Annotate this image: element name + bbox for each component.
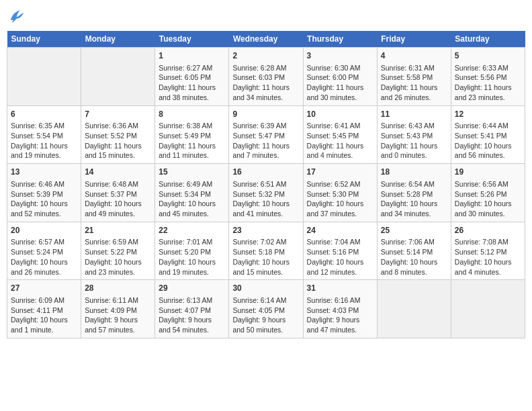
day-info: Sunrise: 7:06 AM Sunset: 5:14 PM Dayligh…: [381, 237, 447, 277]
day-number: 7: [85, 109, 151, 120]
day-info: Sunrise: 6:54 AM Sunset: 5:28 PM Dayligh…: [381, 179, 447, 219]
calendar-cell: 4Sunrise: 6:31 AM Sunset: 5:58 PM Daylig…: [377, 48, 451, 106]
calendar-cell: 1Sunrise: 6:27 AM Sunset: 6:05 PM Daylig…: [155, 48, 229, 106]
day-number: 9: [232, 109, 299, 120]
day-number: 11: [381, 109, 447, 120]
day-info: Sunrise: 6:30 AM Sunset: 6:00 PM Dayligh…: [307, 63, 373, 103]
calendar-cell: [7, 48, 81, 106]
day-info: Sunrise: 6:59 AM Sunset: 5:22 PM Dayligh…: [85, 237, 151, 277]
calendar-cell: 15Sunrise: 6:49 AM Sunset: 5:34 PM Dayli…: [155, 164, 229, 222]
day-info: Sunrise: 6:51 AM Sunset: 5:32 PM Dayligh…: [232, 179, 299, 219]
calendar-week-4: 20Sunrise: 6:57 AM Sunset: 5:24 PM Dayli…: [7, 222, 525, 280]
calendar-cell: 25Sunrise: 7:06 AM Sunset: 5:14 PM Dayli…: [377, 222, 451, 280]
calendar-cell: 3Sunrise: 6:30 AM Sunset: 6:00 PM Daylig…: [303, 48, 377, 106]
day-info: Sunrise: 6:49 AM Sunset: 5:34 PM Dayligh…: [159, 179, 225, 219]
page-header: [7, 7, 525, 26]
day-number: 12: [455, 109, 521, 120]
day-info: Sunrise: 6:38 AM Sunset: 5:49 PM Dayligh…: [159, 121, 225, 161]
calendar-cell: 20Sunrise: 6:57 AM Sunset: 5:24 PM Dayli…: [7, 222, 81, 280]
day-info: Sunrise: 6:14 AM Sunset: 4:05 PM Dayligh…: [232, 295, 299, 335]
weekday-header-sunday: Sunday: [7, 31, 81, 48]
day-info: Sunrise: 6:35 AM Sunset: 5:54 PM Dayligh…: [11, 121, 77, 161]
day-info: Sunrise: 7:02 AM Sunset: 5:18 PM Dayligh…: [232, 237, 299, 277]
day-number: 28: [85, 283, 151, 294]
day-info: Sunrise: 6:16 AM Sunset: 4:03 PM Dayligh…: [307, 295, 373, 335]
weekday-header-thursday: Thursday: [303, 31, 377, 48]
calendar-cell: 24Sunrise: 7:04 AM Sunset: 5:16 PM Dayli…: [303, 222, 377, 280]
day-info: Sunrise: 6:11 AM Sunset: 4:09 PM Dayligh…: [85, 295, 151, 335]
day-number: 6: [11, 109, 77, 120]
weekday-header-wednesday: Wednesday: [229, 31, 303, 48]
day-info: Sunrise: 6:33 AM Sunset: 5:56 PM Dayligh…: [455, 63, 521, 103]
day-number: 5: [455, 50, 521, 62]
calendar-cell: 17Sunrise: 6:52 AM Sunset: 5:30 PM Dayli…: [303, 164, 377, 222]
calendar-cell: 7Sunrise: 6:36 AM Sunset: 5:52 PM Daylig…: [81, 105, 155, 164]
calendar-cell: 19Sunrise: 6:56 AM Sunset: 5:26 PM Dayli…: [451, 164, 525, 222]
day-info: Sunrise: 6:39 AM Sunset: 5:47 PM Dayligh…: [232, 121, 299, 161]
day-number: 23: [232, 225, 299, 236]
day-number: 14: [85, 167, 151, 178]
calendar-cell: 16Sunrise: 6:51 AM Sunset: 5:32 PM Dayli…: [229, 164, 303, 222]
day-info: Sunrise: 6:36 AM Sunset: 5:52 PM Dayligh…: [85, 121, 151, 161]
day-info: Sunrise: 7:04 AM Sunset: 5:16 PM Dayligh…: [307, 237, 373, 277]
calendar-cell: 10Sunrise: 6:41 AM Sunset: 5:45 PM Dayli…: [303, 105, 377, 164]
calendar-cell: [451, 280, 525, 338]
calendar-cell: 21Sunrise: 6:59 AM Sunset: 5:22 PM Dayli…: [81, 222, 155, 280]
calendar-cell: 31Sunrise: 6:16 AM Sunset: 4:03 PM Dayli…: [303, 280, 377, 338]
day-number: 22: [159, 225, 225, 236]
day-info: Sunrise: 6:27 AM Sunset: 6:05 PM Dayligh…: [159, 63, 225, 103]
day-info: Sunrise: 7:08 AM Sunset: 5:12 PM Dayligh…: [455, 237, 521, 277]
day-info: Sunrise: 6:31 AM Sunset: 5:58 PM Dayligh…: [381, 63, 447, 103]
day-number: 25: [381, 225, 447, 236]
weekday-header-tuesday: Tuesday: [155, 31, 229, 48]
day-number: 30: [232, 283, 299, 294]
day-number: 4: [381, 50, 447, 62]
day-number: 31: [307, 283, 373, 294]
calendar-header-row: SundayMondayTuesdayWednesdayThursdayFrid…: [7, 31, 525, 48]
calendar-week-3: 13Sunrise: 6:46 AM Sunset: 5:39 PM Dayli…: [7, 164, 525, 222]
calendar-week-1: 1Sunrise: 6:27 AM Sunset: 6:05 PM Daylig…: [7, 48, 525, 106]
calendar-cell: 26Sunrise: 7:08 AM Sunset: 5:12 PM Dayli…: [451, 222, 525, 280]
day-number: 8: [159, 109, 225, 120]
calendar-cell: 30Sunrise: 6:14 AM Sunset: 4:05 PM Dayli…: [229, 280, 303, 338]
calendar-cell: [377, 280, 451, 338]
calendar-cell: 14Sunrise: 6:48 AM Sunset: 5:37 PM Dayli…: [81, 164, 155, 222]
day-number: 15: [159, 167, 225, 178]
day-info: Sunrise: 6:52 AM Sunset: 5:30 PM Dayligh…: [307, 179, 373, 219]
weekday-header-saturday: Saturday: [451, 31, 525, 48]
day-number: 21: [85, 225, 151, 236]
day-info: Sunrise: 6:56 AM Sunset: 5:26 PM Dayligh…: [455, 179, 521, 219]
day-info: Sunrise: 6:48 AM Sunset: 5:37 PM Dayligh…: [85, 179, 151, 219]
calendar-table: SundayMondayTuesdayWednesdayThursdayFrid…: [7, 31, 525, 338]
day-number: 17: [307, 167, 373, 178]
logo: [7, 7, 28, 26]
calendar-week-2: 6Sunrise: 6:35 AM Sunset: 5:54 PM Daylig…: [7, 105, 525, 164]
day-number: 29: [159, 283, 225, 294]
calendar-cell: 22Sunrise: 7:01 AM Sunset: 5:20 PM Dayli…: [155, 222, 229, 280]
calendar-cell: [81, 48, 155, 106]
day-info: Sunrise: 6:28 AM Sunset: 6:03 PM Dayligh…: [232, 63, 299, 103]
calendar-cell: 6Sunrise: 6:35 AM Sunset: 5:54 PM Daylig…: [7, 105, 81, 164]
calendar-cell: 28Sunrise: 6:11 AM Sunset: 4:09 PM Dayli…: [81, 280, 155, 338]
day-number: 2: [232, 50, 299, 62]
calendar-cell: 5Sunrise: 6:33 AM Sunset: 5:56 PM Daylig…: [451, 48, 525, 106]
calendar-cell: 9Sunrise: 6:39 AM Sunset: 5:47 PM Daylig…: [229, 105, 303, 164]
calendar-cell: 13Sunrise: 6:46 AM Sunset: 5:39 PM Dayli…: [7, 164, 81, 222]
day-number: 16: [232, 167, 299, 178]
day-info: Sunrise: 6:13 AM Sunset: 4:07 PM Dayligh…: [159, 295, 225, 335]
day-number: 26: [455, 225, 521, 236]
logo-icon: [7, 7, 26, 26]
calendar-cell: 2Sunrise: 6:28 AM Sunset: 6:03 PM Daylig…: [229, 48, 303, 106]
day-number: 20: [11, 225, 77, 236]
day-number: 18: [381, 167, 447, 178]
day-info: Sunrise: 6:44 AM Sunset: 5:41 PM Dayligh…: [455, 121, 521, 161]
day-number: 13: [11, 167, 77, 178]
day-info: Sunrise: 6:46 AM Sunset: 5:39 PM Dayligh…: [11, 179, 77, 219]
day-info: Sunrise: 6:43 AM Sunset: 5:43 PM Dayligh…: [381, 121, 447, 161]
weekday-header-friday: Friday: [377, 31, 451, 48]
day-number: 19: [455, 167, 521, 178]
day-number: 24: [307, 225, 373, 236]
day-number: 3: [307, 50, 373, 62]
day-info: Sunrise: 6:41 AM Sunset: 5:45 PM Dayligh…: [307, 121, 373, 161]
calendar-cell: 12Sunrise: 6:44 AM Sunset: 5:41 PM Dayli…: [451, 105, 525, 164]
